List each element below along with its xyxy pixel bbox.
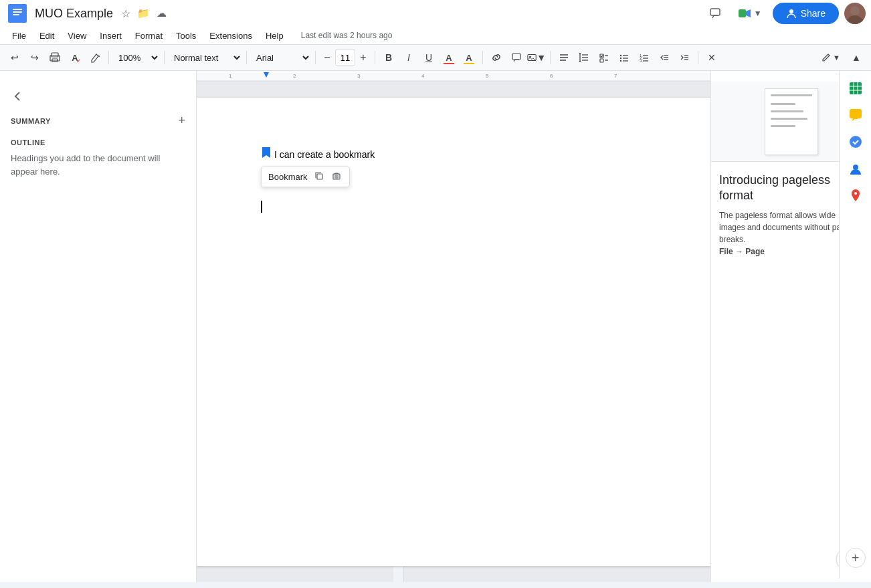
- summary-label: SUMMARY: [11, 117, 51, 125]
- doc-preview-thumbnail: [765, 88, 818, 155]
- doc-title[interactable]: MUO Example: [35, 7, 113, 21]
- meet-button[interactable]: ▼: [733, 4, 767, 23]
- font-size-input[interactable]: [335, 50, 355, 66]
- svg-rect-12: [52, 59, 58, 62]
- svg-marker-53: [264, 72, 269, 78]
- bulletlist-button[interactable]: [615, 48, 634, 67]
- sidebar-summary-header: SUMMARY +: [11, 114, 185, 128]
- numberedlist-button[interactable]: 1.2.3.: [635, 48, 654, 67]
- svg-rect-13: [512, 54, 520, 60]
- menu-format[interactable]: Format: [128, 29, 169, 42]
- svg-marker-6: [746, 9, 751, 17]
- sep6: [482, 51, 483, 64]
- menu-insert[interactable]: Insert: [93, 29, 128, 42]
- indent-decrease-button[interactable]: [655, 48, 674, 67]
- share-button[interactable]: Share: [773, 3, 839, 24]
- sheets-icon-btn[interactable]: [844, 82, 868, 100]
- right-icon-sidebar: +: [839, 82, 871, 579]
- checklist-button[interactable]: [595, 48, 613, 67]
- svg-text:4: 4: [421, 73, 425, 79]
- sep8: [698, 51, 698, 64]
- sep7: [550, 51, 551, 64]
- right-panel-body-bold: File → Page: [719, 247, 765, 256]
- content-row: SUMMARY + OUTLINE Headings you add to th…: [0, 82, 871, 582]
- right-panel-body-text: The pageless format allows wide images a…: [719, 211, 850, 244]
- highlight-button[interactable]: A: [460, 48, 478, 67]
- sep1: [108, 51, 109, 64]
- svg-rect-4: [710, 9, 720, 15]
- document-area[interactable]: 1 2 3 4 5 6: [197, 82, 710, 582]
- italic-button[interactable]: I: [399, 48, 418, 67]
- maps-icon-btn[interactable]: [844, 183, 868, 207]
- zoom-select[interactable]: 100%75%125%: [113, 49, 160, 66]
- bookmark-delete-button[interactable]: [330, 170, 343, 184]
- svg-rect-0: [8, 4, 27, 23]
- indent-increase-button[interactable]: [675, 48, 694, 67]
- folder-icon[interactable]: 📁: [137, 7, 150, 19]
- clear-format-button[interactable]: ✕: [702, 48, 721, 67]
- menu-help[interactable]: Help: [259, 29, 290, 42]
- insert-image-button[interactable]: ▼: [527, 48, 546, 67]
- insert-comment-button[interactable]: [507, 48, 526, 67]
- user-avatar[interactable]: [844, 3, 866, 24]
- paintformat-button[interactable]: [86, 48, 104, 67]
- sep4: [315, 51, 316, 64]
- app-icon: [5, 1, 29, 25]
- comment-icon-btn[interactable]: [703, 1, 727, 25]
- redo-button[interactable]: ↪: [25, 48, 44, 67]
- font-select[interactable]: ArialTimes New RomanGeorgia: [251, 49, 311, 66]
- contacts-icon-btn[interactable]: [844, 157, 868, 181]
- document-page[interactable]: I can create a bookmark Bookmark: [197, 98, 710, 566]
- svg-point-63: [853, 165, 858, 170]
- svg-point-9: [850, 6, 860, 15]
- font-size-area: − +: [320, 50, 371, 66]
- spellcheck-button[interactable]: A✓: [66, 48, 84, 67]
- menu-view[interactable]: View: [61, 29, 93, 42]
- svg-point-64: [854, 192, 857, 195]
- bold-button[interactable]: B: [379, 48, 398, 67]
- svg-text:2: 2: [293, 73, 296, 79]
- print-button[interactable]: [45, 48, 64, 67]
- star-icon[interactable]: ☆: [121, 7, 130, 20]
- svg-text:5: 5: [486, 73, 489, 79]
- text-color-button[interactable]: A: [440, 48, 458, 67]
- bookmark-line: I can create a bookmark: [261, 146, 646, 163]
- menu-file[interactable]: File: [5, 29, 33, 42]
- sep3: [246, 51, 247, 64]
- collapse-toolbar-button[interactable]: ▲: [847, 48, 866, 67]
- body-wrapper: 1 2 3 4 5 6 7 SUMMARY + OUTLI: [0, 71, 871, 582]
- svg-point-7: [789, 9, 793, 13]
- svg-point-28: [620, 58, 621, 59]
- align-button[interactable]: [555, 48, 573, 67]
- last-edit-status: Last edit was 2 hours ago: [301, 31, 393, 40]
- add-app-button[interactable]: +: [846, 548, 866, 568]
- cloud-icon[interactable]: ☁: [157, 7, 167, 19]
- menu-extensions[interactable]: Extensions: [203, 29, 259, 42]
- chat-icon-btn[interactable]: [844, 103, 868, 127]
- bookmark-copy-button[interactable]: [313, 170, 325, 184]
- linespace-button[interactable]: [575, 48, 593, 67]
- svg-rect-10: [52, 53, 58, 57]
- sidebar-left: SUMMARY + OUTLINE Headings you add to th…: [0, 82, 197, 582]
- undo-button[interactable]: ↩: [5, 48, 24, 67]
- underline-button[interactable]: U: [419, 48, 438, 67]
- link-button[interactable]: [487, 48, 506, 67]
- font-size-increase[interactable]: +: [356, 50, 371, 65]
- svg-rect-61: [850, 109, 862, 118]
- menu-tools[interactable]: Tools: [169, 29, 203, 42]
- cursor-line: [261, 201, 646, 213]
- title-bar: MUO Example ☆ 📁 ☁ ▼ Share: [0, 0, 871, 27]
- svg-point-29: [620, 60, 621, 62]
- sidebar-back-button[interactable]: [11, 90, 185, 103]
- svg-rect-25: [600, 59, 603, 62]
- menu-edit[interactable]: Edit: [33, 29, 61, 42]
- tasks-icon-btn[interactable]: [844, 130, 868, 154]
- summary-add-button[interactable]: +: [178, 114, 185, 128]
- toolbar: ↩ ↪ A✓ 100%75%125% Normal textHeading 1H…: [0, 44, 871, 71]
- font-size-decrease[interactable]: −: [320, 50, 334, 65]
- edit-mode-button[interactable]: ▼: [816, 48, 846, 67]
- style-select[interactable]: Normal textHeading 1Heading 2: [169, 49, 242, 66]
- doc-title-area: MUO Example: [35, 7, 113, 21]
- svg-point-27: [620, 55, 621, 56]
- share-label: Share: [801, 8, 826, 19]
